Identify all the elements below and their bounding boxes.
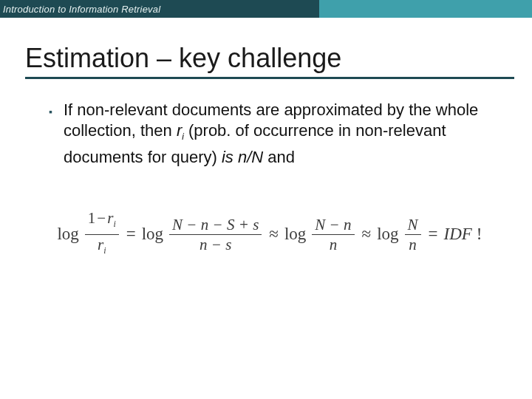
- frac-1: 1−ri ri: [85, 209, 119, 259]
- frac-2-num: N − n − S + s: [169, 216, 262, 233]
- approx-2: ≈: [361, 225, 373, 244]
- f1-den-v: r: [98, 236, 103, 253]
- idf-bang: !: [477, 225, 482, 244]
- frac-1-num: 1−ri: [85, 209, 119, 233]
- equation: log 1−ri ri = log N − n − S + s n − s ≈ …: [57, 209, 482, 259]
- formula-block: log 1−ri ri = log N − n − S + s n − s ≈ …: [49, 209, 491, 259]
- header-bar: Introduction to Information Retrieval: [0, 0, 532, 18]
- bullet-ratio: n/N: [238, 148, 263, 166]
- f1-den-sub: i: [103, 245, 106, 256]
- log-4: log: [377, 225, 398, 244]
- f1-a: 1: [88, 209, 96, 227]
- frac-2: N − n − S + s n − s: [169, 216, 262, 253]
- f1-sub: i: [113, 219, 115, 230]
- slide-body: ▪ If non-relevant documents are approxim…: [49, 100, 491, 259]
- frac-3-den: n: [327, 236, 341, 253]
- header-right-accent: [319, 0, 532, 18]
- idf-label: IDF: [444, 225, 472, 244]
- slide-title-block: Estimation – key challenge: [25, 43, 514, 79]
- frac-2-den: n − s: [197, 236, 234, 253]
- eq-1: =: [125, 225, 137, 244]
- header-left: Introduction to Information Retrieval: [0, 0, 319, 18]
- log-1: log: [57, 225, 78, 244]
- slide-title: Estimation – key challenge: [25, 43, 514, 74]
- log-3: log: [284, 225, 306, 244]
- frac-4-num: N: [405, 216, 421, 233]
- bullet-marker: ▪: [49, 100, 64, 122]
- frac-1-den: ri: [95, 236, 109, 259]
- frac-4: N n: [405, 216, 421, 253]
- log-2: log: [142, 225, 163, 244]
- eq-2: =: [427, 225, 440, 244]
- bullet-post: and: [263, 148, 295, 166]
- frac-3: N − n n: [312, 216, 354, 253]
- frac-3-num: N − n: [312, 216, 354, 233]
- approx-1: ≈: [267, 225, 280, 244]
- f1-op: −: [95, 209, 107, 227]
- bullet-is: is: [222, 148, 238, 166]
- frac-4-den: n: [406, 236, 420, 253]
- bullet-text: If non-relevant documents are approximat…: [64, 100, 491, 168]
- course-title: Introduction to Information Retrieval: [3, 4, 160, 15]
- bullet-item: ▪ If non-relevant documents are approxim…: [49, 100, 491, 168]
